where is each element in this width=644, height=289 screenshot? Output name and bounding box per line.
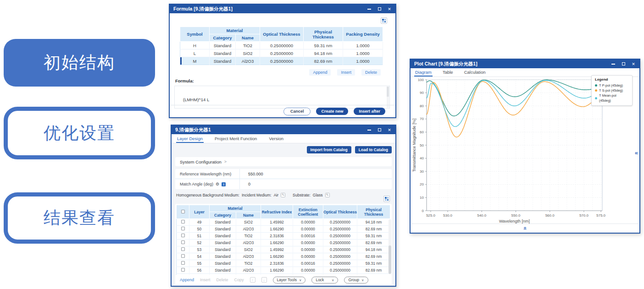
maximize-icon[interactable]: [377, 128, 382, 132]
tab-layer-design[interactable]: Layer Design: [176, 135, 204, 143]
col-category[interactable]: Category: [210, 212, 236, 219]
close-icon[interactable]: ✕: [631, 62, 636, 66]
svg-text:80: 80: [420, 104, 424, 108]
row-checkbox[interactable]: [181, 254, 185, 258]
insert-button[interactable]: Insert: [337, 69, 355, 76]
table-scrollbar[interactable]: [389, 219, 391, 274]
group-dropdown[interactable]: Group ∨: [344, 277, 368, 284]
legend-item[interactable]: T S-pol (45deg): [595, 88, 629, 93]
collapse-panel-icon[interactable]: «: [635, 149, 638, 156]
row-checkbox-cell[interactable]: [177, 219, 189, 226]
lock-dropdown[interactable]: Lock ∨: [311, 277, 338, 284]
window-controls: ✕: [367, 128, 392, 132]
formula-titlebar[interactable]: Formula [9.消偏振分光器1] ✕: [170, 5, 395, 13]
row-checkbox[interactable]: [181, 227, 185, 230]
row-checkbox[interactable]: [181, 247, 185, 251]
table-row[interactable]: 56StandardAl2O31.662900.000000.250000008…: [177, 267, 390, 274]
table-row[interactable]: 55StandardTiO22.318360.000160.2500000059…: [177, 260, 390, 267]
tab-table[interactable]: Table: [442, 68, 454, 76]
close-icon[interactable]: ✕: [387, 128, 392, 132]
cancel-button[interactable]: Cancel: [283, 108, 311, 115]
col-name[interactable]: Name: [236, 34, 260, 42]
table-row[interactable]: 51StandardTiO22.318360.000160.2500000059…: [177, 233, 390, 240]
step-label: 结果查看: [44, 207, 115, 229]
row-checkbox-cell[interactable]: [177, 267, 189, 274]
layer-titlebar[interactable]: 9.消偏振分光器1 ✕: [172, 125, 395, 134]
table-row[interactable]: MStandardAl2O30.2500000082.69 nm1.0000: [180, 57, 383, 65]
legend-item[interactable]: T Mean-pol (45deg): [595, 93, 629, 103]
table-row[interactable]: 50StandardAl2O31.662900.000000.250000008…: [177, 226, 390, 233]
column-settings-icon[interactable]: [381, 17, 387, 24]
col-physical-thickness[interactable]: Physical Thickness: [357, 205, 390, 219]
minimize-icon[interactable]: [611, 62, 616, 66]
col-packing-density[interactable]: Packing Density: [343, 27, 383, 42]
col-name[interactable]: Name: [236, 212, 261, 219]
row-checkbox-cell[interactable]: [177, 253, 189, 260]
minimize-icon[interactable]: [367, 7, 372, 11]
table-row[interactable]: 54StandardAl2O31.662900.000000.250000008…: [177, 253, 390, 260]
table-row[interactable]: 53StandardSiO21.459920.000000.2500000094…: [177, 246, 390, 253]
row-checkbox-cell[interactable]: [177, 233, 189, 240]
col-extinction-coefficient[interactable]: Extinction Coefficient: [293, 205, 323, 219]
delete-button[interactable]: Delete: [361, 69, 381, 76]
collapse-up-icon[interactable]: «: [522, 227, 528, 230]
reference-wavelength-field[interactable]: 550.000: [239, 169, 392, 179]
move-up-button[interactable]: ↑: [250, 277, 255, 283]
minimize-icon[interactable]: [367, 128, 372, 132]
col-refractive-index[interactable]: Refractive Index: [261, 205, 293, 219]
tab-project-merit-function[interactable]: Project Merit Function: [214, 135, 258, 143]
row-checkbox-cell[interactable]: [177, 260, 189, 267]
delete-button[interactable]: Delete: [217, 278, 228, 282]
column-settings-icon[interactable]: [383, 196, 390, 202]
edit-icon[interactable]: ✎: [325, 193, 330, 197]
col-material[interactable]: Material: [210, 27, 260, 34]
tab-calculation[interactable]: Calculation: [463, 68, 487, 76]
table-row[interactable]: 49StandardSiO21.459920.000000.2500000094…: [177, 219, 390, 226]
move-down-button[interactable]: ↓: [261, 277, 267, 283]
col-optical-thickness[interactable]: Optical Thickness: [260, 27, 304, 42]
table-row[interactable]: HStandardTiO20.2500000059.31 nm1.0000: [180, 42, 383, 49]
tab-diagram[interactable]: Diagram: [414, 68, 433, 76]
row-checkbox[interactable]: [181, 220, 185, 224]
select-all-checkbox-cell[interactable]: [177, 205, 189, 219]
legend-item[interactable]: T P-pol (45deg): [595, 83, 629, 88]
col-symbol[interactable]: Symbol: [180, 27, 210, 42]
insert-button[interactable]: Insert: [200, 278, 211, 282]
plot-titlebar[interactable]: Plot Chart [9.消偏振分光器1] ✕: [411, 60, 639, 68]
layer-tools-dropdown[interactable]: Layer Tools ∨: [273, 277, 306, 284]
system-configuration-header[interactable]: System Configuration >: [175, 157, 392, 166]
close-icon[interactable]: ✕: [387, 7, 392, 11]
tab-version[interactable]: Version: [268, 135, 284, 143]
table-row[interactable]: LStandardSiO20.2500000094.18 nm1.0000: [180, 49, 383, 57]
row-checkbox[interactable]: [181, 240, 185, 244]
row-checkbox-cell[interactable]: [177, 246, 189, 253]
row-checkbox[interactable]: [181, 268, 185, 272]
info-icon[interactable]: i: [222, 182, 226, 186]
col-optical-thickness[interactable]: Optical Thickness: [323, 205, 357, 219]
append-button[interactable]: Append: [180, 278, 194, 282]
create-new-button[interactable]: Create new: [316, 108, 348, 115]
scrollbar-thumb[interactable]: [389, 245, 391, 274]
row-checkbox-cell[interactable]: [177, 240, 189, 246]
col-material[interactable]: Material: [210, 205, 261, 212]
edit-icon[interactable]: ✎: [281, 193, 285, 197]
col-physical-thickness[interactable]: Physical Thickness: [304, 27, 343, 42]
row-checkbox-cell[interactable]: [177, 226, 189, 233]
x-axis-label: Wavelength [nm]: [499, 219, 530, 224]
row-checkbox[interactable]: [181, 234, 185, 237]
table-row[interactable]: 52StandardAl2O31.662900.000000.250000008…: [177, 240, 390, 246]
insert-after-button[interactable]: Insert after: [354, 108, 385, 115]
gear-icon[interactable]: ⚙: [216, 182, 219, 186]
series-t-s-pol-45deg-: [427, 82, 602, 137]
maximize-icon[interactable]: [377, 7, 382, 11]
load-to-catalog-button[interactable]: Load to Catalog: [355, 146, 392, 153]
match-angle-field[interactable]: 0: [239, 179, 392, 189]
import-from-catalog-button[interactable]: Import from Catalog: [307, 146, 351, 153]
append-button[interactable]: Append: [309, 69, 331, 76]
col-category[interactable]: Category: [210, 34, 236, 42]
row-checkbox[interactable]: [181, 261, 185, 265]
maximize-icon[interactable]: [621, 62, 626, 66]
plot-chart-window: Plot Chart [9.消偏振分光器1] ✕ DiagramTableCal…: [410, 59, 640, 234]
col-layer[interactable]: Layer: [189, 205, 210, 219]
copy-button[interactable]: Copy: [234, 278, 244, 282]
